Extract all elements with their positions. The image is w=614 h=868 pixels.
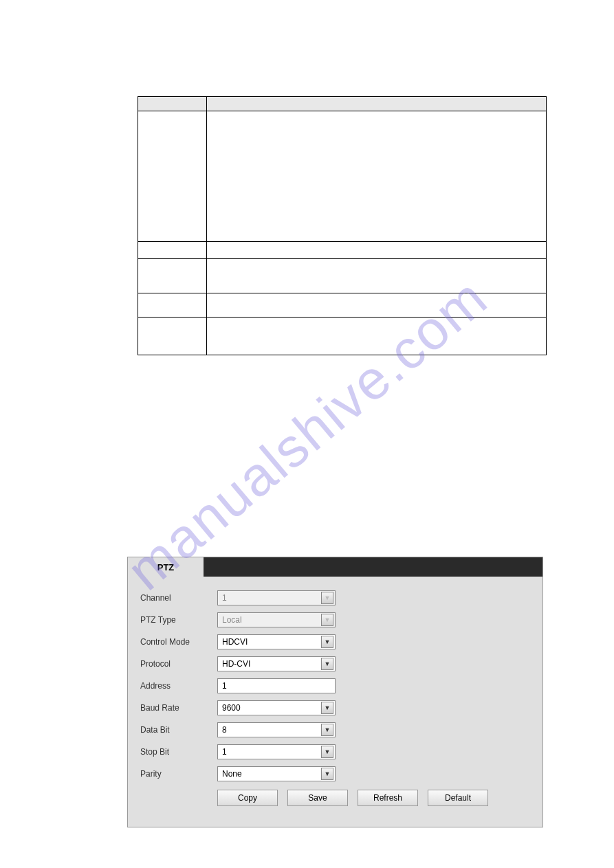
- baudrate-value: 9600: [222, 703, 241, 713]
- address-input[interactable]: 1: [217, 678, 336, 693]
- baudrate-select[interactable]: 9600 ▼: [217, 700, 336, 715]
- refresh-button[interactable]: Refresh: [358, 790, 418, 806]
- tab-ptz[interactable]: PTZ: [128, 557, 204, 577]
- channel-value: 1: [222, 593, 227, 603]
- controlmode-label: Control Mode: [140, 637, 217, 647]
- protocol-value: HD-CVI: [222, 659, 250, 669]
- parity-row: Parity None ▼: [140, 766, 530, 781]
- protocol-label: Protocol: [140, 659, 217, 669]
- param-header-desc: [207, 97, 547, 111]
- stopbit-label: Stop Bit: [140, 747, 217, 757]
- parity-select[interactable]: None ▼: [217, 766, 336, 781]
- param-table: [138, 96, 547, 355]
- chevron-down-icon: ▼: [321, 636, 333, 648]
- channel-row: Channel 1 ▼: [140, 590, 530, 605]
- address-label: Address: [140, 681, 217, 691]
- chevron-down-icon: ▼: [321, 746, 333, 758]
- baudrate-row: Baud Rate 9600 ▼: [140, 700, 530, 715]
- controlmode-value: HDCVI: [222, 637, 248, 647]
- databit-row: Data Bit 8 ▼: [140, 722, 530, 737]
- protocol-row: Protocol HD-CVI ▼: [140, 656, 530, 671]
- param-header-name: [138, 97, 207, 111]
- protocol-select[interactable]: HD-CVI ▼: [217, 656, 336, 671]
- databit-value: 8: [222, 725, 227, 735]
- address-row: Address 1: [140, 678, 530, 693]
- ptz-body: Channel 1 ▼ PTZ Type Local ▼ Control Mod…: [128, 577, 542, 827]
- stopbit-value: 1: [222, 747, 227, 757]
- table-row: [138, 293, 547, 318]
- ptztype-select[interactable]: Local ▼: [217, 612, 336, 627]
- chevron-down-icon: ▼: [321, 768, 333, 780]
- chevron-down-icon: ▼: [321, 658, 333, 670]
- channel-select[interactable]: 1 ▼: [217, 590, 336, 605]
- parity-value: None: [222, 769, 242, 779]
- ptztype-label: PTZ Type: [140, 615, 217, 625]
- baudrate-label: Baud Rate: [140, 703, 217, 713]
- stopbit-select[interactable]: 1 ▼: [217, 744, 336, 759]
- table-row: [138, 318, 547, 355]
- databit-label: Data Bit: [140, 725, 217, 735]
- address-value: 1: [222, 681, 227, 691]
- chevron-down-icon: ▼: [321, 614, 333, 626]
- stopbit-row: Stop Bit 1 ▼: [140, 744, 530, 759]
- table-row: [138, 111, 547, 242]
- databit-select[interactable]: 8 ▼: [217, 722, 336, 737]
- ptz-panel: PTZ Channel 1 ▼ PTZ Type Local ▼ Control…: [127, 557, 543, 827]
- controlmode-select[interactable]: HDCVI ▼: [217, 634, 336, 649]
- chevron-down-icon: ▼: [321, 702, 333, 714]
- chevron-down-icon: ▼: [321, 592, 333, 604]
- ptztype-row: PTZ Type Local ▼: [140, 612, 530, 627]
- default-button[interactable]: Default: [428, 790, 488, 806]
- table-row: [138, 242, 547, 259]
- ptztype-value: Local: [222, 615, 242, 625]
- controlmode-row: Control Mode HDCVI ▼: [140, 634, 530, 649]
- table-row: [138, 259, 547, 293]
- copy-button[interactable]: Copy: [217, 790, 278, 806]
- parity-label: Parity: [140, 769, 217, 779]
- save-button[interactable]: Save: [287, 790, 348, 806]
- button-row: Copy Save Refresh Default: [217, 790, 530, 806]
- ptz-header: PTZ: [128, 557, 542, 577]
- chevron-down-icon: ▼: [321, 724, 333, 736]
- channel-label: Channel: [140, 593, 217, 603]
